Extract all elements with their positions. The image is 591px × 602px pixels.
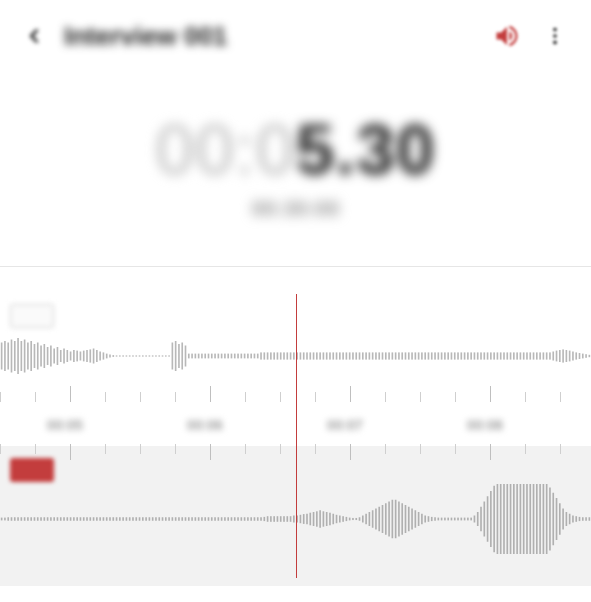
- svg-rect-13: [34, 344, 36, 368]
- svg-rect-108: [346, 352, 348, 359]
- svg-rect-155: [500, 352, 502, 359]
- svg-rect-255: [237, 517, 239, 521]
- time-label: 00:06: [187, 417, 223, 433]
- svg-rect-243: [198, 517, 200, 521]
- waveform-area: 00:05 00:06 00:07 00:08: [0, 266, 591, 602]
- svg-rect-353: [559, 503, 561, 535]
- svg-rect-25: [73, 350, 75, 362]
- svg-rect-276: [306, 514, 308, 525]
- svg-rect-205: [73, 517, 75, 521]
- bookmark-chip-lower[interactable]: [10, 458, 54, 482]
- back-button[interactable]: [16, 18, 52, 54]
- svg-rect-43: [132, 355, 134, 356]
- playhead-upper[interactable]: [296, 294, 298, 446]
- svg-rect-237: [178, 517, 180, 521]
- svg-rect-41: [126, 355, 128, 356]
- svg-rect-102: [326, 352, 328, 359]
- svg-rect-14: [37, 343, 39, 370]
- svg-rect-4: [4, 341, 6, 371]
- svg-rect-58: [181, 343, 183, 370]
- svg-rect-211: [93, 517, 95, 521]
- svg-rect-295: [369, 512, 371, 526]
- svg-rect-347: [539, 484, 541, 554]
- svg-rect-267: [277, 516, 279, 522]
- svg-rect-291: [355, 518, 357, 520]
- svg-rect-277: [309, 513, 311, 526]
- svg-rect-127: [408, 352, 410, 359]
- svg-rect-184: [4, 518, 6, 521]
- time-label: 00:05: [47, 417, 83, 433]
- svg-rect-333: [493, 486, 495, 553]
- total-time: 00:30:00: [0, 196, 591, 222]
- svg-rect-86: [273, 352, 275, 359]
- svg-rect-6: [11, 340, 13, 373]
- svg-rect-334: [497, 484, 499, 554]
- svg-rect-310: [418, 512, 420, 526]
- svg-rect-339: [513, 484, 515, 554]
- svg-rect-250: [221, 517, 223, 521]
- svg-rect-5: [7, 343, 9, 370]
- svg-rect-63: [198, 354, 200, 359]
- svg-rect-256: [241, 517, 243, 521]
- svg-rect-312: [424, 516, 426, 523]
- svg-rect-42: [129, 355, 131, 356]
- svg-rect-171: [552, 352, 554, 361]
- bookmark-chip-upper[interactable]: [10, 304, 54, 328]
- svg-rect-301: [388, 502, 390, 537]
- speaker-toggle-button[interactable]: [487, 16, 527, 56]
- svg-rect-3: [1, 343, 3, 370]
- svg-rect-220: [122, 517, 124, 521]
- svg-rect-119: [382, 352, 384, 359]
- svg-rect-137: [441, 352, 443, 359]
- svg-rect-78: [247, 354, 249, 359]
- svg-rect-263: [263, 517, 265, 521]
- svg-rect-200: [57, 517, 59, 521]
- svg-rect-352: [556, 498, 558, 540]
- svg-rect-332: [490, 491, 492, 547]
- svg-rect-36: [109, 355, 111, 358]
- svg-rect-139: [447, 352, 449, 359]
- svg-rect-67: [211, 354, 213, 359]
- svg-rect-293: [362, 516, 364, 523]
- svg-rect-12: [30, 341, 32, 371]
- svg-rect-235: [172, 517, 174, 521]
- svg-rect-154: [497, 352, 499, 359]
- svg-rect-124: [398, 352, 400, 359]
- svg-rect-128: [411, 352, 413, 359]
- svg-rect-20: [57, 347, 59, 365]
- svg-rect-173: [559, 350, 561, 362]
- svg-rect-104: [332, 352, 334, 359]
- svg-rect-284: [332, 514, 334, 525]
- svg-rect-66: [208, 354, 210, 359]
- svg-rect-232: [162, 517, 164, 521]
- svg-rect-114: [365, 352, 367, 359]
- more-options-button[interactable]: [535, 16, 575, 56]
- svg-rect-56: [175, 341, 177, 371]
- svg-rect-115: [369, 352, 371, 359]
- svg-rect-345: [533, 484, 535, 554]
- svg-rect-325: [467, 518, 469, 521]
- playhead-lower[interactable]: [296, 446, 298, 578]
- svg-rect-320: [451, 518, 453, 521]
- svg-rect-190: [24, 517, 26, 521]
- svg-rect-132: [424, 352, 426, 359]
- svg-rect-272: [293, 516, 295, 523]
- svg-rect-26: [76, 351, 78, 362]
- svg-rect-229: [152, 517, 154, 521]
- svg-rect-110: [352, 352, 354, 359]
- svg-rect-87: [277, 352, 279, 359]
- svg-rect-329: [480, 507, 482, 532]
- svg-rect-270: [286, 516, 288, 522]
- svg-rect-158: [510, 352, 512, 359]
- svg-rect-357: [572, 516, 574, 523]
- svg-rect-251: [224, 517, 226, 521]
- svg-rect-15: [40, 346, 42, 367]
- svg-rect-268: [280, 516, 282, 522]
- svg-rect-146: [470, 352, 472, 359]
- svg-rect-177: [572, 352, 574, 361]
- svg-rect-224: [135, 517, 137, 521]
- svg-rect-281: [323, 511, 325, 526]
- svg-rect-227: [145, 517, 147, 521]
- svg-rect-192: [30, 517, 32, 521]
- svg-rect-187: [14, 517, 16, 521]
